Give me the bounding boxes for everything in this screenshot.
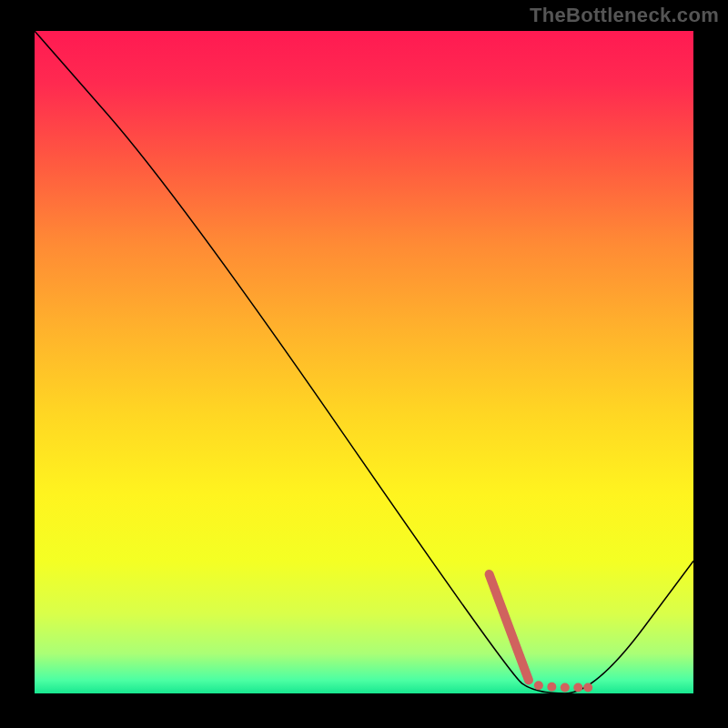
highlight-dot <box>561 682 570 692</box>
highlight-dot <box>547 682 556 692</box>
bottleneck-chart <box>0 0 728 728</box>
chart-frame: TheBottleneck.com <box>0 0 728 728</box>
highlight-dot <box>534 681 543 690</box>
highlight-dot <box>583 682 592 692</box>
chart-gradient-background <box>35 31 693 693</box>
highlight-dot <box>573 682 582 692</box>
watermark: TheBottleneck.com <box>530 4 719 27</box>
